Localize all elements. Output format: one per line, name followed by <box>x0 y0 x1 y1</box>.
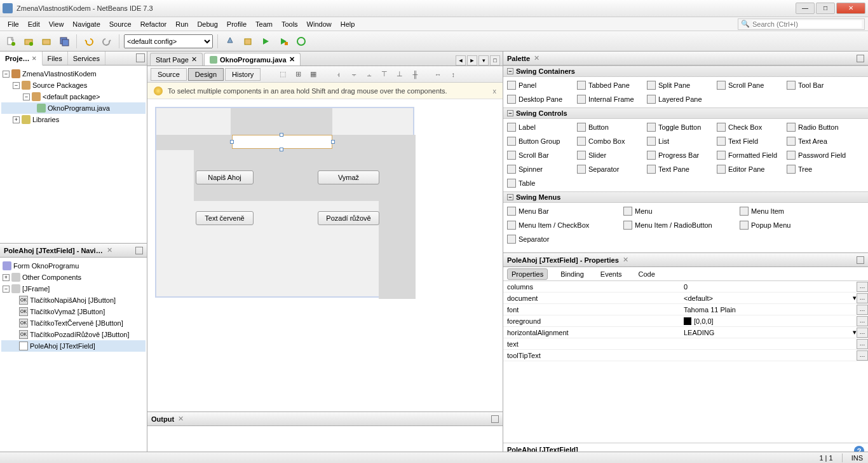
palette-item[interactable]: Layered Pane <box>644 92 714 106</box>
menu-profile[interactable]: Profile <box>222 19 251 29</box>
connection-mode-button[interactable]: ⊞ <box>291 67 305 81</box>
palette-item[interactable]: Menu Item / RadioButton <box>621 218 737 232</box>
close-hint-button[interactable]: x <box>493 87 497 95</box>
resize-h-button[interactable]: ↔ <box>431 67 445 81</box>
tab-start-page[interactable]: Start Page✕ <box>150 53 203 66</box>
close-button[interactable]: ✕ <box>836 3 865 14</box>
prop-edit-button[interactable]: … <box>857 293 868 303</box>
align-center-h-button[interactable]: ⫠ <box>362 67 376 81</box>
menu-debug[interactable]: Debug <box>193 19 222 29</box>
config-select[interactable]: <default config> <box>124 34 213 48</box>
nav-fwd-button[interactable]: ► <box>467 55 477 66</box>
new-file-button[interactable] <box>3 34 18 49</box>
mode-design[interactable]: Design <box>188 68 224 81</box>
form-canvas[interactable]: Napiš Ahoj Vymaž Text červeně Pozadí růž… <box>155 107 414 298</box>
palette-item[interactable]: Internal Frame <box>574 92 644 106</box>
button-napis[interactable]: Napiš Ahoj <box>196 170 254 184</box>
profile-button[interactable] <box>294 34 309 49</box>
palette-item[interactable]: Editor Pane <box>714 162 784 176</box>
palette-item[interactable]: Panel <box>505 78 574 92</box>
expand-icon[interactable]: − <box>23 93 30 100</box>
form-node[interactable]: Form OknoProgramu <box>13 262 79 270</box>
palette-item[interactable]: Text Field <box>714 134 784 148</box>
palette-item[interactable]: Label <box>505 120 574 134</box>
prop-edit-button[interactable]: … <box>857 282 868 292</box>
default-package-node[interactable]: <default package> <box>43 93 100 100</box>
search-box[interactable]: 🔍 <box>738 18 865 30</box>
panel-maximize-button[interactable] <box>135 247 143 254</box>
debug-button[interactable] <box>276 34 291 49</box>
palette-item[interactable]: Popup Menu <box>737 218 853 232</box>
palette-item[interactable]: Menu Bar <box>505 204 621 218</box>
palette-item[interactable]: Radio Button <box>784 120 854 134</box>
palette-item[interactable]: Slider <box>574 148 644 162</box>
palette-item[interactable]: Spinner <box>505 162 574 176</box>
source-packages-node[interactable]: Source Packages <box>32 81 87 89</box>
menu-navigate[interactable]: Navigate <box>68 19 104 29</box>
close-icon[interactable]: ✕ <box>289 55 295 64</box>
menu-window[interactable]: Window <box>302 19 336 29</box>
project-tree[interactable]: −ZmenaVlastnostiKodem −Source Packages −… <box>0 66 147 243</box>
palette-category-containers[interactable]: −Swing Containers <box>503 66 868 77</box>
palette-item[interactable]: Split Pane <box>644 78 714 92</box>
expand-icon[interactable]: + <box>3 274 10 281</box>
menu-run[interactable]: Run <box>171 19 193 29</box>
menu-view[interactable]: View <box>44 19 69 29</box>
palette-item[interactable]: Text Area <box>784 134 854 148</box>
clean-build-button[interactable] <box>240 34 255 49</box>
button-ruzove[interactable]: Pozadí růžově <box>318 211 379 225</box>
menu-team[interactable]: Team <box>251 19 277 29</box>
design-canvas[interactable]: Napiš Ahoj Vymaž Text červeně Pozadí růž… <box>147 99 503 411</box>
nav-list-button[interactable]: ▾ <box>478 55 489 66</box>
undo-button[interactable] <box>81 34 97 49</box>
minimize-button[interactable]: — <box>796 3 815 14</box>
panel-maximize-button[interactable]: □ <box>490 55 500 66</box>
palette-item[interactable]: Scroll Bar <box>505 148 574 162</box>
button-cervene[interactable]: Text červeně <box>196 211 254 225</box>
palette-item[interactable]: Check Box <box>714 120 784 134</box>
palette-item[interactable]: Separator <box>574 162 644 176</box>
selection-mode-button[interactable]: ⬚ <box>276 67 290 81</box>
palette-item[interactable]: Formatted Field <box>714 148 784 162</box>
menu-file[interactable]: File <box>3 19 24 29</box>
prop-value[interactable]: LEADING <box>684 329 714 336</box>
menu-edit[interactable]: Edit <box>24 19 44 29</box>
button-vymaz[interactable]: Vymaž <box>318 170 379 184</box>
new-project-button[interactable] <box>21 34 36 49</box>
palette-item[interactable]: Button Group <box>505 134 574 148</box>
palette-item[interactable]: Tabbed Pane <box>574 78 644 92</box>
nav-item[interactable]: TlačítkoNapišAhoj [JButton] <box>30 296 116 304</box>
tab-projects[interactable]: Proje… ✕ <box>0 52 43 66</box>
menu-help[interactable]: Help <box>336 19 360 29</box>
prop-value[interactable]: [0,0,0] <box>694 317 714 325</box>
properties-table[interactable]: columns0… document<default>▾… fontTahoma… <box>503 281 868 443</box>
prop-edit-button[interactable]: … <box>857 328 868 338</box>
nav-item[interactable]: TlačítkoPozadíRůžově [JButton] <box>30 331 130 338</box>
align-bottom-button[interactable]: ⊥ <box>393 67 407 81</box>
tab-files[interactable]: Files <box>43 52 68 65</box>
textfield-element[interactable] <box>232 135 332 149</box>
close-icon[interactable]: ✕ <box>191 55 197 64</box>
panel-maximize-button[interactable] <box>136 53 145 62</box>
prop-edit-button[interactable]: … <box>857 339 868 349</box>
palette-item[interactable]: Menu Item <box>737 204 853 218</box>
build-button[interactable] <box>222 34 238 49</box>
expand-icon[interactable]: − <box>3 71 10 78</box>
props-tab-events[interactable]: Events <box>597 269 626 279</box>
align-top-button[interactable]: ⊤ <box>377 67 391 81</box>
close-icon[interactable]: ✕ <box>623 256 628 264</box>
jframe-node[interactable]: [JFrame] <box>22 285 50 293</box>
palette-item[interactable]: Button <box>574 120 644 134</box>
project-node[interactable]: ZmenaVlastnostiKodem <box>22 70 97 78</box>
menu-refactor[interactable]: Refactor <box>136 19 172 29</box>
resize-v-button[interactable]: ↕ <box>446 67 460 81</box>
nav-item[interactable]: TlačítkoVymaž [JButton] <box>30 308 105 315</box>
palette-item[interactable]: Combo Box <box>574 134 644 148</box>
mode-source[interactable]: Source <box>151 68 187 81</box>
nav-item[interactable]: PoleAhoj [JTextField] <box>30 342 95 350</box>
nav-item[interactable]: TlačítkoTextČerveně [JButton] <box>30 319 123 327</box>
palette-item[interactable]: Progress Bar <box>644 148 714 162</box>
palette-item[interactable]: Tree <box>784 162 854 176</box>
palette-item[interactable]: Scroll Pane <box>714 78 784 92</box>
close-icon[interactable]: ✕ <box>32 55 37 62</box>
